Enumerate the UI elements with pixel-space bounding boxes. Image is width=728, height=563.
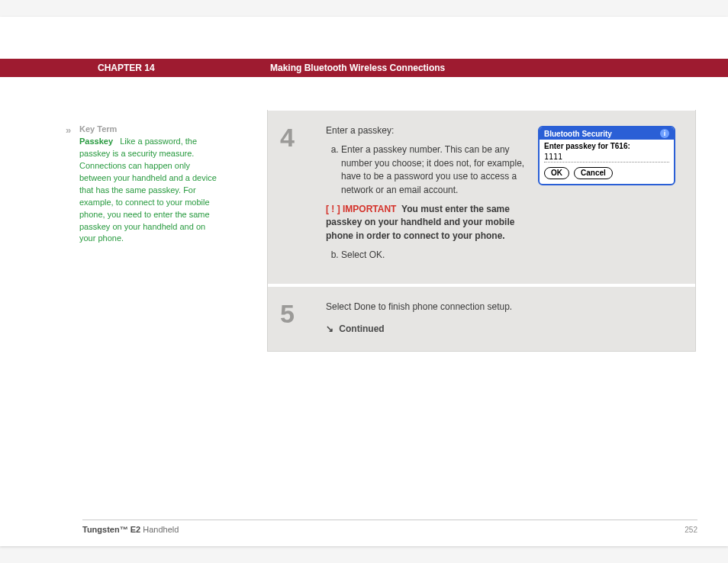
- screenshot-column: [538, 301, 675, 336]
- dialog-buttons: OK Cancel: [544, 167, 669, 179]
- key-term-sidebar: » Key Term Passkey Like a password, the …: [79, 124, 217, 245]
- chapter-title: Making Bluetooth Wireless Connections: [270, 63, 445, 73]
- ok-button[interactable]: OK: [544, 167, 569, 179]
- important-marker: [ ! ]: [326, 204, 340, 214]
- passkey-input[interactable]: 1111: [544, 152, 669, 162]
- important-note: [ ! ] IMPORTANT You must enter the same …: [326, 203, 535, 243]
- key-term-word: Passkey: [79, 137, 113, 146]
- screenshot-column: Bluetooth Security i Enter passkey for T…: [538, 124, 675, 269]
- continued-label: Continued: [339, 323, 384, 334]
- footer-product: Tungsten™ E2 Handheld: [82, 525, 179, 534]
- step-body: Enter a passkey: Enter a passkey number.…: [326, 124, 538, 269]
- step-body: Select Done to finish phone connection s…: [326, 301, 538, 336]
- key-term-definition: Like a password, the passkey is a securi…: [79, 137, 217, 243]
- footer-rule: [82, 520, 697, 520]
- dialog-title: Bluetooth Security: [544, 130, 612, 138]
- step-4: 4 Enter a passkey: Enter a passkey numbe…: [268, 110, 695, 284]
- cancel-button[interactable]: Cancel: [574, 167, 613, 179]
- substep-b: Select OK.: [341, 249, 535, 262]
- page: CHAPTER 14 Making Bluetooth Wireless Con…: [0, 17, 728, 546]
- key-term-heading: Key Term: [79, 124, 217, 136]
- footer-product-rest: Handheld: [140, 525, 179, 534]
- continued-marker: ↘ Continued: [326, 323, 535, 336]
- bluetooth-dialog: Bluetooth Security i Enter passkey for T…: [538, 126, 675, 185]
- substep-list: Enter a passkey number. This can be any …: [326, 143, 535, 197]
- step-lead: Enter a passkey:: [326, 124, 535, 137]
- dialog-body: Enter passkey for T616: 1111 OK Cancel: [540, 140, 674, 184]
- chapter-label: CHAPTER 14: [98, 63, 155, 73]
- footer-product-name: Tungsten™ E2: [82, 525, 140, 534]
- step-5: 5 Select Done to finish phone connection…: [268, 284, 695, 352]
- dialog-prompt: Enter passkey for T616:: [544, 142, 669, 150]
- chevron-icon: »: [66, 124, 69, 138]
- arrow-down-right-icon: ↘: [326, 323, 333, 334]
- substep-list: Select OK.: [326, 249, 535, 262]
- important-label: IMPORTANT: [343, 204, 396, 214]
- step-text: Select Done to finish phone connection s…: [326, 301, 535, 314]
- info-icon: i: [660, 129, 669, 138]
- header-bar: CHAPTER 14 Making Bluetooth Wireless Con…: [0, 59, 728, 77]
- footer-page-number: 252: [685, 526, 697, 534]
- steps-panel: 4 Enter a passkey: Enter a passkey numbe…: [267, 110, 696, 352]
- step-number: 4: [275, 124, 326, 269]
- substep-a: Enter a passkey number. This can be any …: [341, 143, 535, 197]
- key-term-body: Passkey Like a password, the passkey is …: [79, 136, 217, 245]
- dialog-titlebar: Bluetooth Security i: [540, 127, 674, 140]
- step-number: 5: [275, 301, 326, 336]
